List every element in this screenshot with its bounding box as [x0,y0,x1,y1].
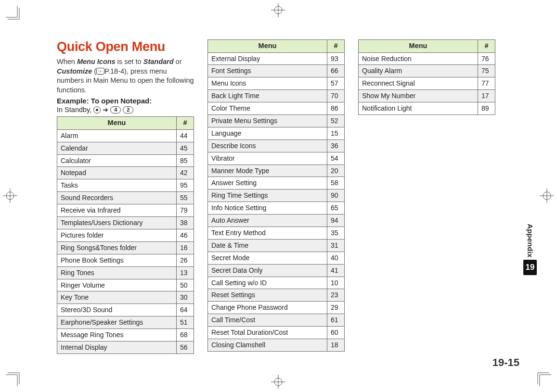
table-row: Vibrator54 [208,152,345,164]
crossref-icon: ☞ [96,68,104,75]
num-cell: 18 [327,339,345,352]
menu-cell: Tasks [57,179,177,192]
num-cell: 35 [327,227,345,240]
standby-sequence: In Standby, ➔ 4 2 [57,106,194,114]
table-row: Templates/Users Dictionary38 [57,217,194,229]
menu-cell: Closing Clamshell [208,339,327,352]
col-header-menu: Menu [208,40,327,53]
table-row: Text Entry Method35 [208,227,345,240]
num-cell: 10 [327,277,345,289]
num-cell: 50 [177,279,194,291]
table-row: Back Light Time70 [208,90,345,102]
table-row: Language15 [208,127,345,139]
table-row: Reconnect Signal77 [359,77,495,90]
num-cell: 70 [327,90,345,102]
menu-cell: Reset Settings [208,289,327,302]
menu-cell: Describe Icons [208,139,327,152]
menu-cell: Info Notice Setting [208,202,327,215]
num-cell: 61 [327,314,345,327]
table-row: Stereo/3D Sound64 [57,304,194,316]
num-cell: 85 [177,154,194,167]
crop-mark-bottom-right [535,370,551,386]
table-row: Closing Clamshell18 [208,339,345,352]
num-cell: 15 [327,127,345,139]
num-cell: 77 [478,77,495,90]
side-tab: Appendix 19 [523,224,537,275]
table-row: Font Settings66 [208,65,345,77]
menu-cell: Date & Time [208,239,327,252]
num-cell: 29 [327,302,345,314]
menu-cell: Show My Number [359,90,478,102]
column-2: Menu # External Display93Font Settings66… [207,39,345,352]
crop-mark-bottom-left [6,370,22,386]
num-cell: 93 [327,52,345,65]
table-row: Notepad42 [57,167,194,179]
side-tab-label: Appendix [526,224,534,258]
table-row: Notification Light89 [359,102,495,115]
num-cell: 38 [177,217,194,229]
num-cell: 56 [177,341,194,354]
table-row: Receive via Infrared79 [57,204,194,217]
num-cell: 55 [177,192,194,204]
menu-cell: Quality Alarm [359,65,478,77]
registration-mark-bottom [271,375,285,389]
registration-mark-top [271,3,285,17]
registration-mark-left [3,189,17,203]
menu-cell: Private Menu Settings [208,115,327,127]
emph-standard: Standard [143,58,174,65]
table-row: Secret Data Only41 [208,264,345,277]
page-content: Quick Open Menu When Menu Icons is set t… [57,39,505,354]
menu-cell: Call Setting w/o ID [208,277,327,289]
num-cell: 95 [177,179,194,192]
num-cell: 44 [177,129,194,142]
table-row: Private Menu Settings52 [208,115,345,127]
menu-cell: Ring Songs&Tones folder [57,241,177,254]
standby-text: In Standby, [57,106,91,114]
menu-cell: Answer Setting [208,177,327,190]
example-label: Example: To open Notepad: [57,97,194,105]
col-header-menu: Menu [359,40,478,53]
menu-cell: Earphone/Speaker Settings [57,316,177,329]
menu-cell: Change Phone Password [208,302,327,314]
menu-cell: Language [208,127,327,139]
chapter-number-badge: 19 [523,260,537,275]
table-row: Ringer Volume50 [57,279,194,291]
col-header-menu: Menu [57,117,177,130]
menu-cell: Reset Total Duration/Cost [208,327,327,339]
num-cell: 26 [177,254,194,266]
num-cell: 52 [327,115,345,127]
table-row: Date & Time31 [208,239,345,252]
menu-cell: Alarm [57,129,177,142]
menu-cell: Pictures folder [57,229,177,241]
num-cell: 58 [327,177,345,190]
num-cell: 51 [177,316,194,329]
table-row: Calendar45 [57,142,194,154]
num-cell: 75 [478,65,495,77]
table-row: Ring Tones13 [57,266,194,279]
table-row: Internal Display56 [57,341,194,354]
table-row: Auto Answer94 [208,215,345,227]
emph-menu-icons: Menu Icons [77,58,116,65]
table-row: Ring Time Settings90 [208,190,345,202]
table-row: Reset Total Duration/Cost60 [208,327,345,339]
intro-text: When Menu Icons is set to Standard or Cu… [57,57,194,95]
table-row: Describe Icons36 [208,139,345,152]
menu-cell: Font Settings [208,65,327,77]
menu-cell: Ringer Volume [57,279,177,291]
menu-cell: Manner Mode Type [208,164,327,177]
menu-cell: Message Ring Tones [57,329,177,341]
table-row: Message Ring Tones68 [57,329,194,341]
menu-cell: Back Light Time [208,90,327,102]
num-cell: 23 [327,289,345,302]
menu-cell: Calculator [57,154,177,167]
column-3: Menu # Noise Reduction76Quality Alarm75R… [358,39,495,115]
column-1: Quick Open Menu When Menu Icons is set t… [57,39,194,354]
table-row: Pictures folder46 [57,229,194,241]
menu-cell: Notification Light [359,102,478,115]
num-cell: 45 [177,142,194,154]
table-row: Phone Book Settings26 [57,254,194,266]
table-row: Key Tone30 [57,291,194,304]
num-cell: 31 [327,239,345,252]
num-cell: 68 [177,329,194,341]
menu-cell: External Display [208,52,327,65]
